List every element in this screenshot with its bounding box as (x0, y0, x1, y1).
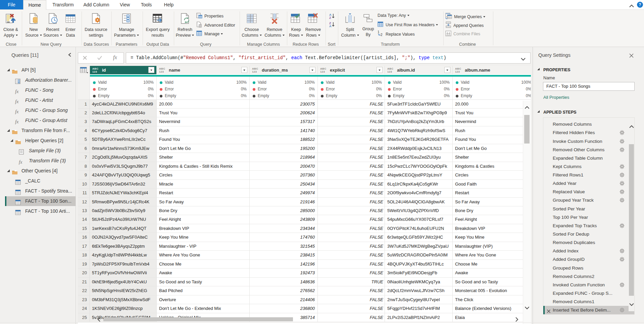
svg-text:2: 2 (381, 33, 383, 37)
svg-text:1: 1 (378, 31, 380, 34)
svg-text:Z: Z (329, 16, 331, 19)
svg-text:A: A (329, 25, 332, 28)
